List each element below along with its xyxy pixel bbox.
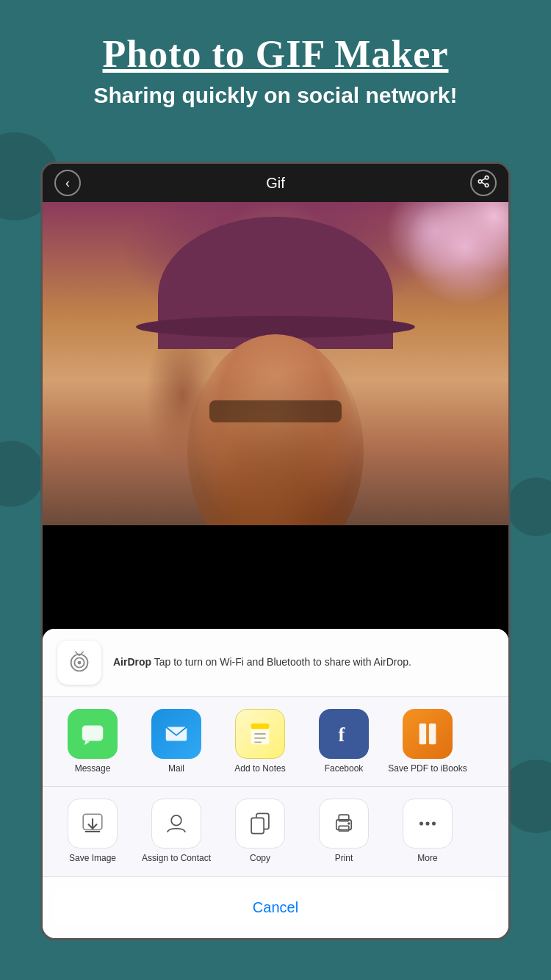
share-app-message[interactable]: Message — [51, 709, 134, 775]
svg-point-29 — [347, 823, 350, 825]
svg-point-2 — [485, 184, 489, 187]
action-assign-contact[interactable]: Assign to Contact — [135, 799, 217, 865]
svg-rect-19 — [419, 724, 427, 745]
share-app-facebook[interactable]: f Facebook — [303, 709, 385, 775]
share-button[interactable] — [470, 170, 497, 196]
svg-line-4 — [481, 178, 485, 180]
print-icon-box — [319, 799, 369, 849]
screen-title: Gif — [266, 175, 285, 192]
more-label: More — [417, 853, 437, 865]
share-icon — [477, 175, 490, 192]
app-title: Photo to GIF Maker — [44, 33, 507, 75]
mail-icon — [151, 709, 201, 759]
copy-label: Copy — [250, 853, 270, 865]
svg-rect-25 — [251, 818, 264, 834]
svg-marker-11 — [84, 741, 90, 745]
back-icon: ‹ — [65, 176, 70, 191]
app-subtitle: Sharing quickly on social network! — [44, 81, 507, 109]
save-image-label: Save Image — [69, 853, 116, 865]
flowers-decoration — [361, 202, 508, 349]
svg-point-7 — [78, 660, 82, 664]
airdrop-row[interactable]: AirDrop Tap to turn on Wi-Fi and Bluetoo… — [43, 629, 508, 697]
svg-point-1 — [478, 179, 482, 183]
header-section: Photo to GIF Maker Sharing quickly on so… — [0, 0, 551, 124]
notes-icon — [235, 709, 285, 759]
svg-point-30 — [419, 822, 423, 826]
svg-text:f: f — [338, 723, 345, 745]
mail-label: Mail — [168, 763, 184, 775]
copy-icon-box — [235, 799, 285, 849]
cancel-button[interactable]: Cancel — [54, 889, 497, 926]
phone-frame: ‹ Gif — [40, 162, 511, 940]
svg-line-3 — [481, 182, 485, 184]
airdrop-description: Tap to turn on Wi-Fi and Bluetooth to sh… — [154, 656, 411, 668]
airdrop-text: AirDrop Tap to turn on Wi-Fi and Bluetoo… — [113, 655, 411, 670]
message-label: Message — [75, 763, 111, 775]
facebook-icon: f — [319, 709, 369, 759]
svg-point-0 — [485, 176, 489, 179]
ibooks-label: Save PDF to iBooks — [388, 763, 467, 775]
share-actions-row: Save Image Assign to Contact — [43, 787, 508, 877]
share-app-ibooks[interactable]: Save PDF to iBooks — [386, 709, 469, 775]
message-icon — [68, 709, 118, 759]
action-save-image[interactable]: Save Image — [51, 799, 134, 865]
notes-label: Add to Notes — [234, 763, 285, 775]
action-print[interactable]: Print — [303, 799, 385, 865]
share-sheet-inner: AirDrop Tap to turn on Wi-Fi and Bluetoo… — [43, 629, 508, 938]
share-sheet: AirDrop Tap to turn on Wi-Fi and Bluetoo… — [43, 629, 508, 938]
more-icon-box — [403, 799, 453, 849]
airdrop-label: AirDrop — [113, 656, 151, 668]
save-image-icon-box — [68, 799, 118, 849]
back-button[interactable]: ‹ — [54, 170, 81, 196]
assign-contact-label: Assign to Contact — [142, 853, 211, 865]
svg-rect-14 — [251, 724, 270, 729]
photo-area — [43, 202, 508, 525]
share-app-notes[interactable]: Add to Notes — [219, 709, 301, 775]
facebook-label: Facebook — [325, 763, 364, 775]
cancel-bar: Cancel — [43, 877, 508, 938]
phone-navbar: ‹ Gif — [43, 164, 508, 202]
ibooks-icon — [403, 709, 453, 759]
share-apps-row: Message Mail — [43, 697, 508, 788]
svg-rect-20 — [429, 724, 436, 745]
action-copy[interactable]: Copy — [219, 799, 301, 865]
svg-rect-10 — [82, 725, 104, 741]
share-app-mail[interactable]: Mail — [135, 709, 217, 775]
airdrop-icon-box — [57, 641, 101, 685]
print-label: Print — [335, 853, 353, 865]
assign-contact-icon-box — [151, 799, 201, 849]
svg-point-32 — [432, 822, 436, 826]
svg-point-31 — [425, 822, 429, 826]
svg-point-23 — [171, 815, 181, 826]
action-more[interactable]: More — [386, 799, 469, 865]
